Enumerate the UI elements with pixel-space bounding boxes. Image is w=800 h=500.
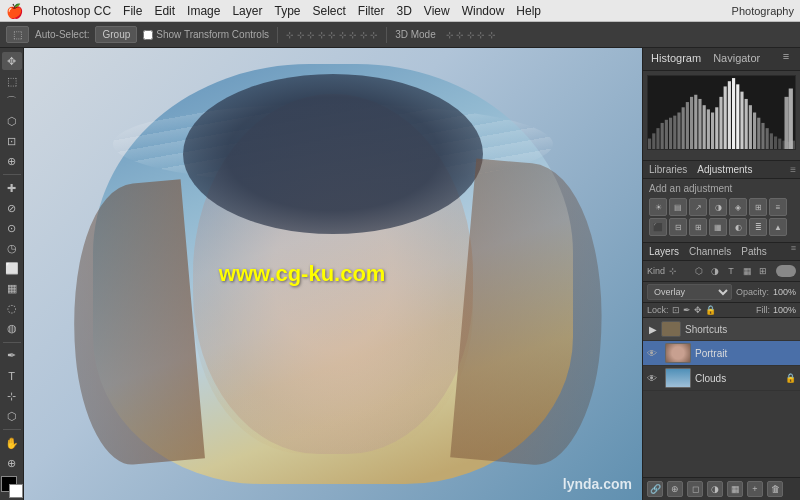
- portrait-thumbnail: [666, 344, 690, 362]
- adj-icons-row2: ⬛ ⊟ ⊞ ▦ ◐ ≣ ▲: [649, 218, 794, 236]
- channel-mix-icon[interactable]: ⊞: [689, 218, 707, 236]
- path-tool[interactable]: ⊹: [2, 387, 22, 405]
- type-filter-icon[interactable]: T: [724, 264, 738, 278]
- levels-adj-icon[interactable]: ▤: [669, 198, 687, 216]
- crop-tool[interactable]: ⊡: [2, 132, 22, 150]
- tab-layers[interactable]: Layers: [647, 243, 681, 260]
- svg-rect-25: [753, 113, 756, 150]
- shape-filter-icon[interactable]: ▦: [740, 264, 754, 278]
- tab-libraries[interactable]: Libraries: [647, 161, 689, 178]
- smart-filter-icon[interactable]: ⊞: [756, 264, 770, 278]
- clone-tool[interactable]: ⊙: [2, 220, 22, 238]
- shape-tool[interactable]: ⬡: [2, 407, 22, 425]
- delete-layer-icon[interactable]: 🗑: [767, 481, 783, 497]
- posterize-icon[interactable]: ≣: [749, 218, 767, 236]
- lasso-tool[interactable]: ⌒: [2, 92, 22, 110]
- type-tool[interactable]: T: [2, 367, 22, 385]
- marquee-tool[interactable]: ⬚: [2, 72, 22, 90]
- threshold-icon[interactable]: ▲: [769, 218, 787, 236]
- move-tool[interactable]: ✥: [2, 52, 22, 70]
- gradient-tool[interactable]: ▦: [2, 280, 22, 298]
- layers-footer: 🔗 ⊕ ◻ ◑ ▦ + 🗑: [643, 477, 800, 500]
- layer-clouds[interactable]: 👁 Clouds 🔒: [643, 366, 800, 391]
- background-color[interactable]: [9, 484, 23, 498]
- color-swatches[interactable]: [1, 476, 23, 496]
- lock-position-icon[interactable]: ✥: [694, 305, 702, 315]
- tab-adjustments[interactable]: Adjustments: [695, 161, 754, 178]
- main-area: ✥ ⬚ ⌒ ⬡ ⊡ ⊕ ✚ ⊘ ⊙ ◷ ⬜ ▦ ◌ ◍ ✒ T ⊹ ⬡ ✋ ⊕: [0, 48, 800, 500]
- black-white-adj-icon[interactable]: ⬛: [649, 218, 667, 236]
- panel-menu-icon[interactable]: ≡: [790, 164, 796, 175]
- curves-adj-icon[interactable]: ↗: [689, 198, 707, 216]
- menu-layer[interactable]: Layer: [232, 4, 262, 18]
- group-button[interactable]: Group: [95, 26, 137, 43]
- panel-options-icon[interactable]: ≡: [778, 48, 794, 64]
- layer-eye-clouds[interactable]: 👁: [647, 373, 661, 384]
- magic-wand-tool[interactable]: ⬡: [2, 112, 22, 130]
- menu-view[interactable]: View: [424, 4, 450, 18]
- tab-histogram[interactable]: Histogram: [649, 48, 703, 70]
- vibrance-adj-icon[interactable]: ◈: [729, 198, 747, 216]
- 3d-mode-label: 3D Mode: [395, 29, 436, 40]
- tab-paths[interactable]: Paths: [739, 243, 769, 260]
- menu-filter[interactable]: Filter: [358, 4, 385, 18]
- menu-type[interactable]: Type: [274, 4, 300, 18]
- svg-rect-15: [711, 113, 714, 150]
- new-fill-adj-icon[interactable]: ◑: [707, 481, 723, 497]
- svg-rect-28: [766, 128, 769, 149]
- dodge-tool[interactable]: ◍: [2, 320, 22, 338]
- opacity-value[interactable]: 100%: [773, 287, 796, 297]
- healing-tool[interactable]: ✚: [2, 179, 22, 197]
- add-mask-icon[interactable]: ◻: [687, 481, 703, 497]
- layer-name-clouds: Clouds: [695, 373, 726, 384]
- menu-window[interactable]: Window: [462, 4, 505, 18]
- adj-icons-row1: ☀ ▤ ↗ ◑ ◈ ⊞ ≡: [649, 198, 794, 216]
- svg-rect-19: [728, 81, 731, 149]
- invert-adj-icon[interactable]: ◐: [729, 218, 747, 236]
- new-group-icon[interactable]: ▦: [727, 481, 743, 497]
- new-layer-icon[interactable]: +: [747, 481, 763, 497]
- color-balance-icon[interactable]: ≡: [769, 198, 787, 216]
- zoom-tool[interactable]: ⊕: [2, 454, 22, 472]
- menu-help[interactable]: Help: [516, 4, 541, 18]
- pixel-filter-icon[interactable]: ⬡: [692, 264, 706, 278]
- adj-filter-icon[interactable]: ◑: [708, 264, 722, 278]
- link-layers-icon[interactable]: 🔗: [647, 481, 663, 497]
- exposure-adj-icon[interactable]: ◑: [709, 198, 727, 216]
- layer-portrait[interactable]: 👁 Portrait: [643, 341, 800, 366]
- hand-tool[interactable]: ✋: [2, 434, 22, 452]
- transform-controls-checkbox[interactable]: [143, 30, 153, 40]
- color-lookup-icon[interactable]: ▦: [709, 218, 727, 236]
- lock-all-icon[interactable]: 🔒: [705, 305, 716, 315]
- auto-select-toggle[interactable]: ⬚: [6, 26, 29, 43]
- history-brush[interactable]: ◷: [2, 240, 22, 258]
- svg-rect-1: [652, 133, 655, 149]
- eraser-tool[interactable]: ⬜: [2, 260, 22, 278]
- blend-mode-select[interactable]: Overlay: [647, 284, 732, 300]
- right-panel: Histogram Navigator ≡: [642, 48, 800, 500]
- menu-3d[interactable]: 3D: [397, 4, 412, 18]
- photo-filter-icon[interactable]: ⊟: [669, 218, 687, 236]
- pen-tool[interactable]: ✒: [2, 347, 22, 365]
- eyedropper-tool[interactable]: ⊕: [2, 152, 22, 170]
- layer-group-shortcuts[interactable]: ▶ Shortcuts: [643, 318, 800, 341]
- tab-channels[interactable]: Channels: [687, 243, 733, 260]
- brush-tool[interactable]: ⊘: [2, 199, 22, 217]
- filter-toggle[interactable]: [776, 265, 796, 277]
- menu-photoshop[interactable]: Photoshop CC: [33, 4, 111, 18]
- blur-tool[interactable]: ◌: [2, 300, 22, 318]
- lock-transparent-icon[interactable]: ⊡: [672, 305, 680, 315]
- menu-file[interactable]: File: [123, 4, 142, 18]
- tab-navigator[interactable]: Navigator: [711, 48, 762, 70]
- svg-rect-36: [789, 89, 793, 149]
- add-style-icon[interactable]: ⊕: [667, 481, 683, 497]
- menu-select[interactable]: Select: [312, 4, 345, 18]
- layer-eye-portrait[interactable]: 👁: [647, 348, 661, 359]
- hue-sat-adj-icon[interactable]: ⊞: [749, 198, 767, 216]
- lock-image-icon[interactable]: ✒: [683, 305, 691, 315]
- menu-edit[interactable]: Edit: [154, 4, 175, 18]
- brightness-adj-icon[interactable]: ☀: [649, 198, 667, 216]
- layers-menu-icon[interactable]: ≡: [791, 243, 796, 260]
- menu-image[interactable]: Image: [187, 4, 220, 18]
- fill-value[interactable]: 100%: [773, 305, 796, 315]
